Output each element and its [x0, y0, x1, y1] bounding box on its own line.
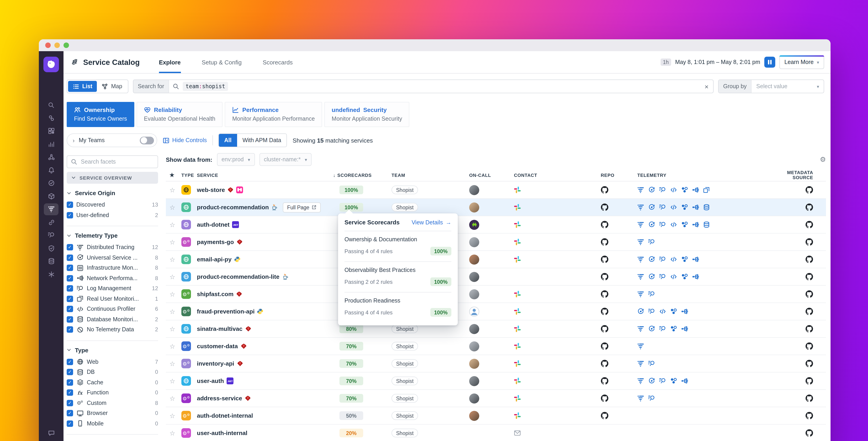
service-name[interactable]: payments-go: [197, 239, 333, 245]
telemetry-k8s-icon[interactable]: [681, 273, 688, 280]
favorite-star-icon[interactable]: ☆: [169, 360, 181, 367]
telemetry-trace-icon[interactable]: [637, 378, 644, 384]
lens-card-performance[interactable]: Performance Monitor Application Performa…: [225, 102, 322, 127]
telemetry-network-icon[interactable]: [692, 221, 699, 228]
favorite-star-icon[interactable]: ☆: [169, 221, 181, 228]
checkbox-checked[interactable]: ✓: [67, 379, 73, 386]
telemetry-usm-icon[interactable]: [648, 273, 655, 280]
github-metadata-icon[interactable]: [805, 256, 813, 263]
table-row-customer-data[interactable]: ☆ ⚙⚙ customer-data 70%Shopist: [166, 338, 826, 355]
github-metadata-icon[interactable]: [805, 221, 813, 229]
pause-button[interactable]: [764, 57, 775, 68]
telemetry-logs-icon[interactable]: [648, 239, 655, 245]
github-metadata-icon[interactable]: [805, 342, 813, 350]
view-map-button[interactable]: Map: [97, 81, 127, 92]
col-type[interactable]: TYPE: [181, 173, 197, 178]
team-pill[interactable]: Shopist: [392, 185, 418, 194]
service-name[interactable]: customer-data: [197, 343, 333, 350]
facet-item-mobile[interactable]: ✓ Mobile 0: [67, 418, 158, 429]
github-repo-icon[interactable]: [601, 342, 637, 350]
time-preset-badge[interactable]: 1h: [660, 58, 671, 66]
checkbox-checked[interactable]: ✓: [67, 244, 73, 251]
telemetry-logs-icon[interactable]: [648, 291, 655, 297]
rail-item-integrations-icon[interactable]: [44, 216, 59, 228]
facet-group-title[interactable]: Type: [67, 347, 158, 353]
telemetry-k8s-icon[interactable]: [681, 221, 688, 228]
telemetry-trace-icon[interactable]: [637, 256, 644, 263]
service-overview-header[interactable]: SERVICE OVERVIEW: [67, 172, 158, 184]
telemetry-k8s-icon[interactable]: [681, 186, 688, 193]
table-row-auth-dotnet-internal[interactable]: ☆ ⚙⚙ auth-dotnet-internal 50%Shopist: [166, 407, 826, 424]
team-pill[interactable]: Shopist: [392, 377, 418, 385]
github-metadata-icon[interactable]: [805, 412, 813, 419]
table-row-shipfast.com[interactable]: ☆ ⚙⚙ shipfast.com: [166, 286, 826, 303]
rail-item-service-catalog-icon[interactable]: [44, 203, 59, 215]
telemetry-profiler-icon[interactable]: [670, 256, 677, 263]
telemetry-network-icon[interactable]: [692, 204, 699, 211]
team-pill[interactable]: Shopist: [392, 429, 418, 437]
checkbox-checked[interactable]: ✓: [67, 359, 73, 365]
checkbox-checked[interactable]: ✓: [67, 202, 73, 208]
telemetry-logs-icon[interactable]: [648, 308, 655, 315]
group-by-control[interactable]: Group by Select value▾: [718, 80, 824, 93]
github-repo-icon[interactable]: [601, 394, 637, 402]
team-pill[interactable]: Shopist: [392, 359, 418, 368]
scorecard-badge[interactable]: 70%: [339, 377, 363, 385]
github-repo-icon[interactable]: [601, 325, 637, 333]
slack-icon[interactable]: [514, 256, 601, 263]
close-window-button[interactable]: [45, 42, 51, 48]
col-scorecards[interactable]: ↓SCORECARDS: [333, 173, 392, 178]
service-name[interactable]: auth-dotnet.NET: [197, 221, 333, 228]
search-bar[interactable]: Search for team:shopist ×: [133, 80, 714, 93]
github-metadata-icon[interactable]: [805, 307, 813, 315]
service-name[interactable]: user-auth-internal: [197, 430, 333, 436]
facet-item-continuous-profiler[interactable]: ✓ Continuous Profiler 6: [67, 304, 158, 314]
my-teams-toggle[interactable]: [140, 137, 154, 144]
oncall-avatar[interactable]: [469, 219, 479, 230]
favorite-star-icon[interactable]: ☆: [169, 238, 181, 246]
view-list-button[interactable]: List: [68, 81, 97, 92]
oncall-avatar[interactable]: [469, 254, 479, 264]
telemetry-logs-icon[interactable]: [659, 273, 666, 280]
checkbox-checked[interactable]: ✓: [67, 420, 73, 427]
telemetry-usm-icon[interactable]: [648, 378, 655, 384]
table-row-payments-go[interactable]: ☆ ⚙⚙ payments-go: [166, 234, 826, 251]
telemetry-k8s-icon[interactable]: [681, 256, 688, 263]
telemetry-logs-icon[interactable]: [659, 325, 666, 332]
facet-item-user-defined[interactable]: ✓ User-defined 2: [67, 210, 158, 220]
scorecard-badge[interactable]: 70%: [339, 359, 363, 368]
checkbox-checked[interactable]: ✓: [67, 285, 73, 292]
star-column-header[interactable]: ★: [169, 172, 181, 178]
telemetry-logs-icon[interactable]: [659, 204, 666, 211]
table-row-auth-dotnet[interactable]: ☆ auth-dotnet.NET: [166, 216, 826, 234]
github-repo-icon[interactable]: [601, 377, 637, 385]
checkbox-checked[interactable]: ✓: [67, 326, 73, 333]
full-page-button[interactable]: Full Page: [283, 202, 321, 212]
datadog-logo[interactable]: [43, 57, 59, 72]
rail-item-search-icon[interactable]: [44, 99, 59, 111]
slack-icon[interactable]: [514, 204, 601, 211]
telemetry-trace-icon[interactable]: [637, 325, 644, 332]
window-titlebar[interactable]: [39, 39, 831, 52]
rail-item-security-icon[interactable]: [44, 242, 59, 254]
favorite-star-icon[interactable]: ☆: [169, 186, 181, 194]
facet-item-discovered[interactable]: ✓ Discovered 13: [67, 200, 158, 210]
favorite-star-icon[interactable]: ☆: [169, 377, 181, 385]
telemetry-rum-icon[interactable]: [703, 186, 710, 193]
facet-group-title[interactable]: Service Origin: [67, 190, 158, 197]
scorecard-badge[interactable]: 80%: [339, 324, 363, 333]
telemetry-trace-icon[interactable]: [637, 343, 644, 350]
slack-icon[interactable]: [514, 378, 601, 384]
search-input[interactable]: team:shopist: [183, 82, 228, 91]
telemetry-usm-icon[interactable]: [637, 308, 644, 315]
telemetry-logs-icon[interactable]: [659, 186, 666, 193]
rail-item-monitors-icon[interactable]: [44, 164, 59, 176]
scorecard-badge[interactable]: 70%: [339, 394, 363, 403]
slack-icon[interactable]: [514, 186, 601, 193]
telemetry-db-icon[interactable]: [703, 221, 710, 228]
facet-item-db[interactable]: ✓ DB 0: [67, 367, 158, 377]
rail-item-databases-icon[interactable]: [44, 255, 59, 267]
oncall-avatar[interactable]: [469, 376, 479, 386]
favorite-star-icon[interactable]: ☆: [169, 412, 181, 419]
facet-item-no-telemetry-data[interactable]: ✓ No Telemetry Data 2: [67, 324, 158, 335]
